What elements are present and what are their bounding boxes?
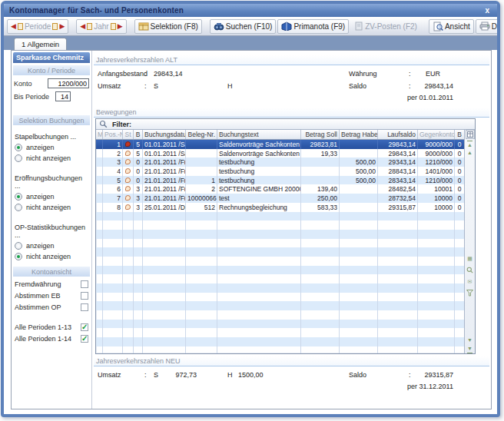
table-row[interactable]: 8325.01.2011 /Di512Rechnungsbegleichung5… — [96, 203, 464, 212]
primanota-button[interactable]: Primanota (F9) — [277, 19, 349, 34]
checkbox-icon[interactable] — [81, 303, 88, 311]
radio-icon[interactable] — [15, 144, 22, 151]
radio-icon[interactable] — [15, 253, 22, 260]
jahr-next-icon[interactable]: ▶ — [118, 23, 123, 30]
empty-row — [96, 274, 464, 283]
strip-search-icon[interactable] — [466, 267, 473, 274]
table-row[interactable]: 2501.01.2011 /SaSaldenvorträge Sachkonte… — [96, 149, 464, 158]
last-row-icon[interactable]: ▼ — [467, 345, 472, 353]
col-header-gegenkonto[interactable]: Gegenkonto — [418, 130, 455, 139]
saldo-alt-value: 29843,14 — [407, 82, 453, 90]
checkbox-fremdwaehrung[interactable]: Fremdwährung — [15, 280, 88, 288]
empty-row — [96, 230, 464, 239]
col-header-b[interactable]: B — [134, 130, 143, 139]
jahr-next-page-icon[interactable] — [111, 23, 116, 30]
filter-row[interactable]: Filter: — [96, 119, 475, 130]
checkbox-abstimmen-op[interactable]: Abstimmen OP — [15, 303, 88, 311]
eroeffnungsbuchungen-title: Eröffnungsbuchungen ... — [15, 174, 88, 190]
checkbox-icon[interactable] — [81, 323, 88, 331]
title-bar[interactable]: Kontomanager für Sach- und Personenkonte… — [4, 4, 497, 17]
selektion-label: Selektion (F8) — [151, 22, 198, 31]
periode-prev-page-icon[interactable] — [18, 23, 23, 30]
saldo-alt-label: Saldo — [349, 82, 366, 90]
col-header-m[interactable]: M — [96, 130, 103, 139]
col-header-betrag-soll[interactable]: Betrag Soll — [301, 130, 340, 139]
jahr-nav: ◀ Jahr ▶ — [76, 19, 126, 34]
table-row[interactable]: 3021.01.2011 /Frtestbuchung500,0029343,1… — [96, 157, 464, 167]
konto-label: Konto — [14, 80, 48, 88]
primanota-label: Primanota (F9) — [293, 22, 345, 31]
radio-eroeffnung-anzeigen[interactable]: anzeigen — [15, 193, 88, 201]
filter-funnel-icon[interactable] — [466, 290, 473, 297]
checkbox-alle-perioden-13[interactable]: Alle Perioden 1-13 — [15, 323, 88, 331]
stapelbuchungen-title: Stapelbuchungen ... — [15, 133, 88, 141]
empty-row — [96, 337, 464, 346]
tab-allgemein[interactable]: 1 Allgemein — [14, 38, 67, 50]
checkbox-alle-perioden-14[interactable]: Alle Perioden 1-14 — [15, 335, 88, 343]
checkbox-icon[interactable] — [81, 280, 88, 288]
konto-field-row: Konto — [14, 78, 89, 88]
suchen-label: Suchen (F10) — [226, 22, 273, 31]
empty-row — [96, 293, 464, 302]
empty-row — [96, 328, 464, 337]
periode-prev-icon[interactable]: ◀ — [11, 23, 16, 30]
suchen-button[interactable]: Suchen (F10) — [210, 19, 277, 34]
close-icon[interactable]: x — [482, 7, 492, 15]
umsatz-alt-h: H — [227, 82, 233, 90]
selection-table-icon — [138, 22, 149, 31]
column-options-icon[interactable] — [466, 130, 475, 139]
radio-stapel-anzeigen[interactable]: anzeigen — [15, 144, 88, 151]
first-row-icon[interactable]: ▲ — [467, 141, 472, 149]
jahr-label: Jahr — [94, 22, 108, 31]
col-header-beleg-nr[interactable]: Beleg-Nr. — [186, 130, 217, 139]
table-row[interactable]: 7321.01.2011 /Fr10000066test250,0028732,… — [96, 194, 464, 203]
umsatz-neu-s-value: 972,73 — [158, 371, 197, 379]
col-header-b2[interactable]: B — [455, 130, 464, 139]
table-row[interactable]: 1501.01.2011 /SaSaldenvorträge Sachkonte… — [96, 140, 464, 149]
table-row[interactable]: 6321.01.2011 /Fr2SOFTENGINE GMBH 2000018… — [96, 184, 464, 194]
prev-row-icon[interactable]: ▲ — [467, 149, 472, 157]
periode-next-icon[interactable]: ▶ — [59, 23, 65, 30]
content-panel: Sparkasse Chemnitz Konto / Periode Konto… — [11, 50, 492, 409]
colon: : — [409, 70, 411, 78]
grid-view-icon[interactable]: ▦ — [467, 256, 472, 262]
radio-op-nicht-anzeigen[interactable]: nicht anzeigen — [15, 253, 88, 260]
bis-periode-field-row: Bis Periode — [14, 91, 89, 101]
ansicht-button[interactable]: Ansicht — [429, 19, 474, 34]
konto-input[interactable] — [48, 78, 89, 88]
col-header-st[interactable]: St — [123, 130, 134, 139]
periode-next-page-icon[interactable] — [52, 23, 58, 30]
next-row-icon[interactable]: ▼ — [467, 336, 472, 345]
empty-row — [96, 310, 464, 320]
checkbox-abstimmen-eb[interactable]: Abstimmen EB — [15, 292, 88, 300]
table-row[interactable]: 4021.01.2011 /Frtestbuchung500,0028843,1… — [96, 167, 464, 176]
radio-icon[interactable] — [15, 242, 22, 250]
jahr-prev-page-icon[interactable] — [87, 23, 92, 30]
sidebar: Sparkasse Chemnitz Konto / Periode Konto… — [12, 51, 92, 409]
umsatz-neu-label: Umsatz — [98, 371, 121, 379]
selektion-button[interactable]: Selektion (F8) — [134, 19, 202, 34]
bank-name-header: Sparkasse Chemnitz — [13, 52, 90, 63]
posting-status-icon — [125, 177, 131, 183]
bis-periode-input[interactable] — [55, 91, 71, 101]
radio-op-anzeigen[interactable]: anzeigen — [15, 242, 88, 250]
checkbox-icon[interactable] — [81, 292, 88, 300]
checkbox-icon[interactable] — [81, 335, 88, 343]
mail-icon[interactable]: ✉ — [468, 279, 472, 285]
radio-icon[interactable] — [15, 154, 22, 162]
col-header-laufsaldo[interactable]: Laufsaldo — [378, 130, 418, 139]
radio-icon[interactable] — [15, 193, 22, 201]
drucken-label: Drucken — [492, 22, 500, 31]
grid-header-row[interactable]: M Pos.-Nr St B Buchungsdatum Beleg-Nr. B… — [96, 130, 464, 140]
table-row[interactable]: 5021.01.2011 /Fr1testbuchung500,0028343,… — [96, 176, 464, 185]
radio-eroeffnung-nicht-anzeigen[interactable]: nicht anzeigen — [15, 204, 88, 211]
col-header-buchungsdatum[interactable]: Buchungsdatum — [143, 130, 186, 139]
drucken-button[interactable]: Drucken — [476, 19, 500, 34]
konto-periode-caption: Konto / Periode — [13, 65, 90, 75]
radio-stapel-nicht-anzeigen[interactable]: nicht anzeigen — [15, 154, 88, 162]
col-header-betrag-haben[interactable]: Betrag Haben — [340, 130, 378, 139]
col-header-pos-nr[interactable]: Pos.-Nr — [103, 130, 123, 139]
jahr-prev-icon[interactable]: ◀ — [80, 23, 85, 30]
radio-icon[interactable] — [15, 204, 22, 211]
col-header-buchungstext[interactable]: Buchungstext — [217, 130, 301, 139]
